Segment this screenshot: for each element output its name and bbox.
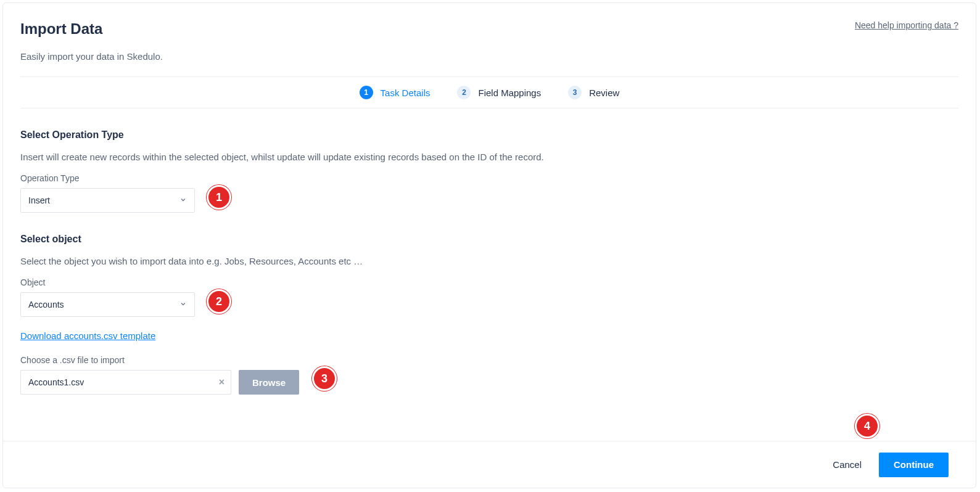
step-review[interactable]: 3 Review: [568, 86, 619, 99]
content-area: Import Data Need help importing data ? E…: [3, 3, 976, 395]
header-row: Import Data Need help importing data ?: [20, 20, 958, 38]
import-data-page: Import Data Need help importing data ? E…: [2, 2, 976, 488]
operation-type-value: Insert: [28, 195, 50, 205]
step-number-3: 3: [568, 86, 582, 99]
operation-type-desc: Insert will create new records within th…: [20, 152, 958, 162]
object-label: Object: [20, 277, 958, 287]
object-value: Accounts: [28, 300, 64, 310]
step-number-1: 1: [360, 86, 373, 99]
page-title: Import Data: [20, 20, 102, 38]
file-input[interactable]: Accounts1.csv ×: [20, 370, 231, 395]
operation-type-section: Select Operation Type Insert will create…: [20, 129, 958, 213]
help-link[interactable]: Need help importing data ?: [855, 20, 958, 30]
step-label-2: Field Mappings: [478, 88, 541, 98]
object-select[interactable]: Accounts: [20, 292, 195, 317]
annotation-badge-2: 2: [207, 289, 231, 314]
clear-file-icon[interactable]: ×: [219, 377, 224, 388]
operation-type-title: Select Operation Type: [20, 129, 958, 141]
file-label: Choose a .csv file to import: [20, 355, 958, 365]
step-number-2: 2: [457, 86, 471, 99]
operation-type-select[interactable]: Insert: [20, 188, 195, 213]
browse-button[interactable]: Browse: [239, 370, 299, 395]
chevron-down-icon: [179, 195, 187, 206]
file-row: Accounts1.csv × Browse: [20, 370, 958, 395]
stepper-wrap: 1 Task Details 2 Field Mappings 3 Review: [20, 76, 958, 109]
step-label-1: Task Details: [381, 88, 430, 98]
annotation-badge-3: 3: [312, 366, 337, 391]
file-name: Accounts1.csv: [28, 377, 84, 387]
cancel-button[interactable]: Cancel: [833, 459, 862, 470]
page-subtitle: Easily import your data in Skedulo.: [20, 51, 958, 62]
step-field-mappings[interactable]: 2 Field Mappings: [457, 86, 541, 99]
footer-bar: Cancel Continue: [3, 441, 976, 488]
annotation-badge-4: 4: [855, 414, 879, 438]
step-task-details[interactable]: 1 Task Details: [360, 86, 430, 99]
download-template-link[interactable]: Download accounts.csv template: [20, 330, 155, 341]
object-desc: Select the object you wish to import dat…: [20, 256, 958, 266]
chevron-down-icon: [179, 299, 187, 310]
object-section: Select object Select the object you wish…: [20, 234, 958, 395]
operation-type-label: Operation Type: [20, 173, 958, 183]
annotation-badge-1: 1: [207, 185, 231, 210]
stepper: 1 Task Details 2 Field Mappings 3 Review: [20, 86, 958, 99]
object-title: Select object: [20, 234, 958, 245]
continue-button[interactable]: Continue: [879, 453, 949, 477]
step-label-3: Review: [589, 88, 619, 98]
